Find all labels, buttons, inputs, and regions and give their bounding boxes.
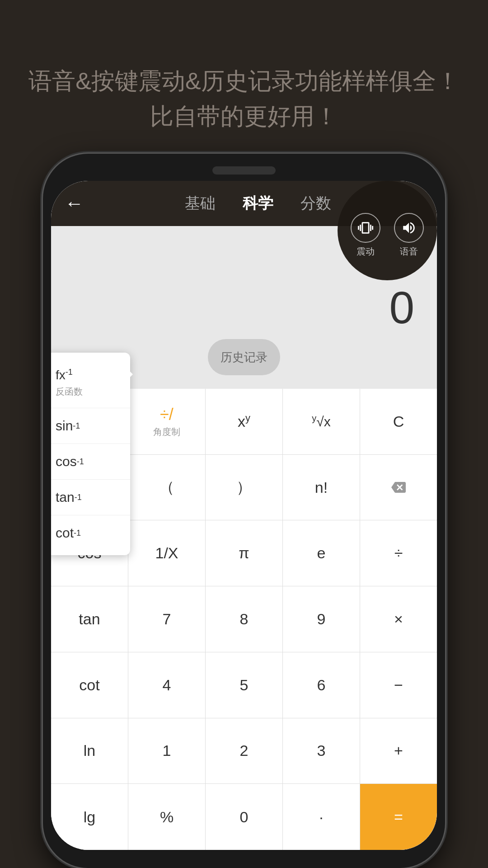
promo-text: 语音&按键震动&历史记录功能样样俱全！ 比自带的更好用！ <box>0 0 488 161</box>
voice-icon <box>394 213 424 243</box>
key-1[interactable]: 1 <box>128 718 206 784</box>
promo-line2: 比自带的更好用！ <box>0 99 488 134</box>
key-close-paren[interactable]: ） <box>206 455 283 520</box>
vibrate-icon <box>351 213 380 243</box>
key-divide[interactable]: ÷ <box>360 520 437 586</box>
popup-item-tan-inverse[interactable]: tan-1 <box>51 480 130 515</box>
key-add[interactable]: + <box>360 718 437 784</box>
popup-menu: 震动 语音 <box>338 181 437 280</box>
key-6[interactable]: 6 <box>283 652 360 718</box>
key-pi[interactable]: π <box>206 520 283 586</box>
key-percent[interactable]: % <box>128 784 206 850</box>
key-tan[interactable]: tan <box>51 586 128 652</box>
key-row-7: lg % 0 · = <box>51 784 437 850</box>
voice-label: 语音 <box>400 245 418 258</box>
key-row-5: cot 4 5 6 − <box>51 652 437 718</box>
key-equals[interactable]: = <box>360 784 437 850</box>
key-backspace[interactable] <box>360 455 437 520</box>
voice-option[interactable]: 语音 <box>394 213 424 258</box>
key-yroot[interactable]: y√x <box>283 389 360 454</box>
key-euler[interactable]: e <box>283 520 360 586</box>
popup-item-sin-inverse[interactable]: sin-1 <box>51 408 130 444</box>
key-open-paren[interactable]: （ <box>128 455 206 520</box>
popup-item-cos-inverse[interactable]: cos-1 <box>51 444 130 480</box>
key-row-6: ln 1 2 3 + <box>51 718 437 784</box>
popup-item-fx-inverse[interactable]: fx-1 反函数 <box>51 357 130 408</box>
key-power[interactable]: xy <box>206 389 283 454</box>
key-7[interactable]: 7 <box>128 586 206 652</box>
side-popup: fx-1 反函数 sin-1 cos-1 tan-1 cot-1 <box>51 353 130 555</box>
display-value: 0 <box>389 282 414 334</box>
key-cot[interactable]: cot <box>51 652 128 718</box>
key-multiply[interactable]: × <box>360 586 437 652</box>
vibrate-label: 震动 <box>357 245 375 258</box>
promo-line1: 语音&按键震动&历史记录功能样样俱全！ <box>0 63 488 99</box>
tab-science[interactable]: 科学 <box>243 193 273 214</box>
key-8[interactable]: 8 <box>206 586 283 652</box>
phone-speaker <box>212 166 276 175</box>
key-row-4: tan 7 8 9 × <box>51 586 437 652</box>
key-clear[interactable]: C <box>360 389 437 454</box>
vibrate-option[interactable]: 震动 <box>351 213 380 258</box>
back-button[interactable]: ← <box>65 193 84 214</box>
key-subtract[interactable]: − <box>360 652 437 718</box>
key-ln[interactable]: ln <box>51 718 128 784</box>
key-decimal[interactable]: · <box>283 784 360 850</box>
tab-basic[interactable]: 基础 <box>185 193 216 214</box>
key-2[interactable]: 2 <box>206 718 283 784</box>
popup-item-cot-inverse[interactable]: cot-1 <box>51 515 130 551</box>
key-0[interactable]: 0 <box>206 784 283 850</box>
phone-screen: ← 基础 科学 分数 震动 <box>51 181 437 850</box>
phone-frame: ← 基础 科学 分数 震动 <box>43 154 445 868</box>
key-3[interactable]: 3 <box>283 718 360 784</box>
key-factorial[interactable]: n! <box>283 455 360 520</box>
tab-fraction[interactable]: 分数 <box>300 193 331 214</box>
key-angle[interactable]: ÷/ 角度制 <box>128 389 206 454</box>
key-9[interactable]: 9 <box>283 586 360 652</box>
key-lg[interactable]: lg <box>51 784 128 850</box>
history-button[interactable]: 历史记录 <box>208 339 280 375</box>
key-4[interactable]: 4 <box>128 652 206 718</box>
key-reciprocal[interactable]: 1/X <box>128 520 206 586</box>
key-5[interactable]: 5 <box>206 652 283 718</box>
